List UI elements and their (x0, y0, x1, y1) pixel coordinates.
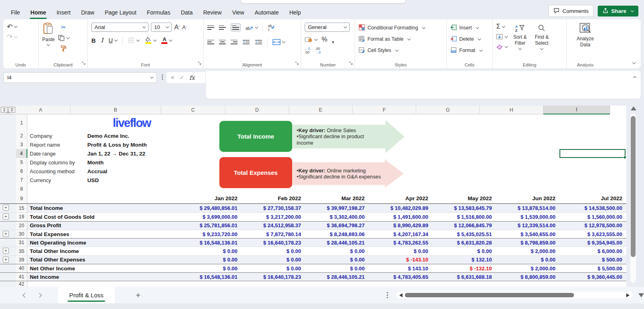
info-value-row-4[interactable]: Jan 1, 22 → Dec 31, 22 (87, 149, 177, 158)
menu-tab-draw[interactable]: Draw (76, 6, 99, 19)
decrease-decimal-button[interactable]: ←0.00 (305, 47, 310, 55)
autosum-button[interactable]: Σ (496, 23, 505, 31)
font-name-select[interactable]: Arial (91, 23, 149, 32)
row-label-40[interactable]: Net Other Income (27, 264, 177, 272)
info-label-row-2[interactable]: Company (27, 131, 87, 140)
callout-arrow-0[interactable]: •Key driver: Online Sales•Significant de… (293, 120, 405, 153)
menu-tab-automate[interactable]: Automate (250, 6, 284, 19)
value-41-Jun-2022[interactable]: $ 8,800,859.00 (496, 273, 559, 280)
row-header-3[interactable]: 3 (16, 140, 27, 149)
value-30-Apr-2022[interactable]: $ 4,207,167.34 (369, 230, 432, 238)
cell-A1[interactable] (27, 114, 87, 131)
expand-group-button-row-30[interactable]: + (3, 231, 9, 237)
info-label-row-5[interactable]: Display columns by (27, 158, 87, 167)
value-20-Jul-2022[interactable]: $ 12,978,500.00 (559, 222, 626, 230)
insert-function-icon[interactable]: fx (189, 75, 195, 81)
format-as-table-button[interactable]: Format as Table (359, 34, 410, 44)
orientation-button[interactable]: ab (246, 23, 258, 31)
row-label-19[interactable]: Total Cost of Goods Sold (27, 213, 177, 221)
bold-button[interactable]: B (91, 36, 96, 44)
row-label-30[interactable]: Total Expenses (27, 230, 177, 238)
row-header-9[interactable]: 9 (16, 193, 27, 203)
row-header-6[interactable]: 6 (16, 167, 27, 176)
scroll-left-icon[interactable] (399, 293, 402, 297)
insert-cells-button[interactable]: Insert (450, 23, 479, 33)
number-dialog-launcher[interactable] (349, 60, 353, 67)
value-31-Jan-2022[interactable]: $ 16,548,136.01 (177, 238, 242, 247)
value-39-Apr-2022[interactable]: $ -143.10 (369, 256, 432, 264)
value-30-May-2022[interactable]: $ 5,435,025.51 (432, 230, 496, 238)
row-header-39[interactable]: 39 (16, 256, 27, 264)
borders-button[interactable] (128, 36, 139, 44)
value-19-Mar-2022[interactable]: $ 3,302,400.00 (305, 213, 369, 221)
expand-formula-bar-icon[interactable] (633, 76, 636, 79)
decrease-indent-icon[interactable] (242, 38, 250, 46)
menu-tab-view[interactable]: View (227, 6, 250, 19)
row-header-19[interactable]: 19 (16, 213, 27, 221)
value-15-Apr-2022[interactable]: $ 10,482,029.89 (369, 204, 432, 212)
value-31-Jul-2022[interactable]: $ 9,354,945.00 (559, 238, 626, 247)
value-39-Mar-2022[interactable]: $ 0.00 (305, 256, 369, 264)
copy-button[interactable] (58, 34, 69, 42)
column-header-A[interactable]: A (11, 106, 70, 114)
value-40-Jul-2022[interactable]: $ 5,500.00 (559, 264, 626, 272)
value-41-Feb-2022[interactable]: $ 16,640,178.23 (242, 273, 305, 280)
value-40-Jan-2022[interactable]: $ 0.00 (177, 264, 242, 272)
menu-tab-insert[interactable]: Insert (51, 6, 76, 19)
row-label-31[interactable]: Net Operating Income (27, 238, 177, 247)
value-30-Feb-2022[interactable]: $ 7,872,780.14 (242, 230, 305, 238)
scroll-up-icon[interactable] (631, 106, 636, 110)
callout-box-total-expenses[interactable]: Total Expenses (219, 157, 292, 188)
row-header-41[interactable]: 41 (16, 273, 27, 280)
menu-tab-data[interactable]: Data (175, 6, 198, 19)
value-39-Feb-2022[interactable]: $ 0.00 (242, 256, 305, 264)
value-15-Jul-2022[interactable]: $ 14,538,500.00 (559, 204, 626, 212)
row-header-2[interactable]: 2 (16, 131, 27, 140)
month-header-Jul-2022[interactable]: Jul 2022 (559, 193, 626, 203)
scroll-down-icon[interactable] (638, 293, 644, 297)
paste-dropdown-icon[interactable] (47, 43, 50, 46)
row-header-4[interactable]: 4 (16, 149, 27, 158)
share-dropdown-icon[interactable] (631, 8, 634, 12)
column-header-H[interactable]: H (480, 106, 543, 114)
value-15-Feb-2022[interactable]: $ 27,730,158.37 (242, 204, 305, 212)
info-value-row-6[interactable]: Accrual (87, 167, 177, 176)
value-30-Jul-2022[interactable]: $ 3,623,555.00 (559, 230, 626, 238)
value-19-Jan-2022[interactable]: $ 3,699,000.00 (177, 213, 242, 221)
value-15-Mar-2022[interactable]: $ 39,997,198.27 (305, 204, 369, 212)
row-label-35[interactable]: Total Other Income (27, 247, 177, 255)
comments-button[interactable]: Comments (548, 5, 594, 17)
value-20-Mar-2022[interactable]: $ 36,694,798.27 (305, 222, 369, 230)
expand-group-button-row-15[interactable]: + (3, 205, 9, 211)
value-19-Apr-2022[interactable]: $ 1,491,600.00 (369, 213, 432, 221)
value-35-Jan-2022[interactable]: $ 0.00 (177, 247, 242, 255)
month-header-Apr-2022[interactable]: Apr 2022 (369, 193, 432, 203)
value-40-Jun-2022[interactable]: $ 2,000.00 (496, 264, 559, 272)
info-label-row-7[interactable]: Currency (27, 176, 87, 185)
value-35-Feb-2022[interactable]: $ 0.00 (242, 247, 305, 255)
row-label-15[interactable]: Total Income (27, 204, 177, 212)
row-label-20[interactable]: Gross Profit (27, 222, 177, 230)
value-31-Feb-2022[interactable]: $ 16,640,178.23 (242, 238, 305, 247)
callout-box-total-income[interactable]: Total Income (219, 121, 292, 152)
format-cells-button[interactable]: Format (450, 45, 482, 56)
collapse-ribbon-icon[interactable] (631, 58, 635, 65)
value-15-Jan-2022[interactable]: $ 29,480,856.01 (177, 204, 242, 212)
month-header-Mar-2022[interactable]: Mar 2022 (305, 193, 369, 203)
add-sheet-button[interactable]: + (136, 291, 140, 299)
cell-styles-button[interactable]: Cell Styles (359, 45, 398, 56)
value-20-Jun-2022[interactable]: $ 12,339,514.00 (496, 222, 559, 230)
row-header-35[interactable]: 35 (16, 247, 27, 255)
clear-button[interactable] (496, 43, 508, 51)
row-header-42[interactable]: 42 (16, 281, 27, 287)
share-button[interactable]: Share (598, 6, 638, 17)
row-header-8[interactable]: 8 (16, 185, 27, 193)
value-39-Jun-2022[interactable]: $ 0.00 (496, 256, 559, 264)
accounting-format-button[interactable] (305, 35, 317, 44)
clipboard-dialog-launcher[interactable] (82, 60, 86, 67)
vertical-scrollbar-thumb[interactable] (631, 116, 636, 257)
row-label-39[interactable]: Total Other Expenses (27, 256, 177, 264)
column-header-B[interactable]: B (70, 106, 161, 114)
info-value-row-7[interactable]: USD (87, 176, 177, 185)
increase-decimal-button[interactable]: .00→0 (315, 47, 320, 55)
